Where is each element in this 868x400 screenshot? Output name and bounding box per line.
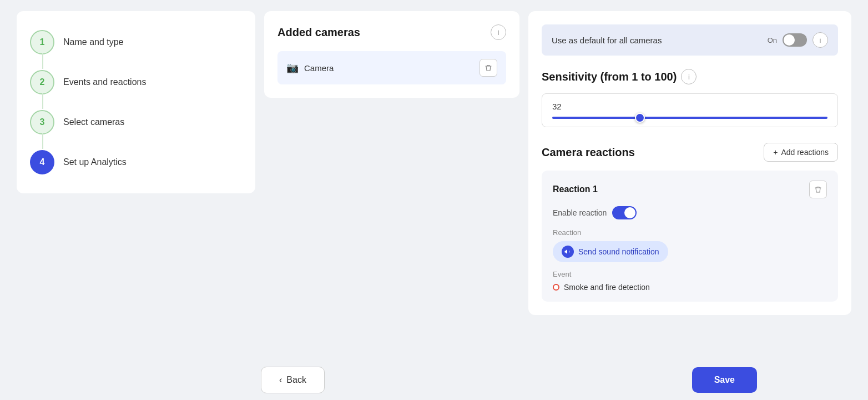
reaction-delete-button[interactable] bbox=[809, 181, 827, 198]
step-2: 2 Events and reactions bbox=[30, 62, 242, 102]
step-3-circle: 3 bbox=[30, 110, 54, 134]
reaction-card: Reaction 1 Enable reaction Reaction bbox=[542, 171, 838, 302]
sensitivity-title: Sensitivity (from 1 to 100) bbox=[542, 71, 677, 83]
step-3: 3 Select cameras bbox=[30, 102, 242, 142]
camera-icon: 📷 bbox=[286, 62, 299, 74]
save-button[interactable]: Save bbox=[692, 367, 757, 393]
default-info-button[interactable]: i bbox=[813, 32, 828, 48]
camera-left: 📷 Camera bbox=[286, 62, 334, 74]
back-label: Back bbox=[286, 375, 306, 385]
default-banner-right: On i bbox=[768, 32, 828, 48]
step-4-label: Set up Analytics bbox=[63, 157, 127, 167]
event-circle-icon bbox=[553, 284, 559, 291]
settings-panel: Use as default for all cameras On i Sens… bbox=[528, 11, 851, 315]
event-text: Smoke and fire detection bbox=[564, 283, 650, 292]
camera-name: Camera bbox=[304, 63, 334, 73]
step-4: 4 Set up Analytics bbox=[30, 142, 242, 182]
sensitivity-info-button[interactable]: i bbox=[681, 69, 697, 84]
add-reactions-button[interactable]: + Add reactions bbox=[764, 143, 838, 162]
slider-track[interactable] bbox=[552, 117, 827, 119]
event-field-label: Event bbox=[553, 270, 827, 278]
step-2-circle: 2 bbox=[30, 70, 54, 94]
reaction-trash-icon bbox=[814, 186, 822, 193]
slider-thumb[interactable] bbox=[635, 113, 645, 123]
toggle-on-label: On bbox=[768, 36, 777, 44]
cameras-panel: Added cameras i 📷 Camera bbox=[264, 11, 519, 98]
default-banner: Use as default for all cameras On i bbox=[542, 24, 838, 56]
add-reactions-icon: + bbox=[773, 148, 778, 157]
trash-icon bbox=[485, 64, 492, 72]
cameras-title: Added cameras bbox=[277, 26, 360, 39]
reactions-title: Camera reactions bbox=[542, 146, 635, 159]
reaction-tag[interactable]: Send sound notification bbox=[553, 241, 668, 262]
step-3-label: Select cameras bbox=[63, 117, 124, 127]
enable-reaction-toggle[interactable] bbox=[612, 206, 637, 219]
reactions-header: Camera reactions + Add reactions bbox=[542, 143, 838, 162]
back-icon: ‹ bbox=[279, 375, 282, 385]
step-1: 1 Name and type bbox=[30, 22, 242, 62]
default-banner-label: Use as default for all cameras bbox=[552, 36, 662, 45]
footer: ‹ Back Save bbox=[0, 360, 868, 400]
add-reactions-label: Add reactions bbox=[781, 148, 829, 157]
slider-value: 32 bbox=[552, 102, 827, 111]
cameras-header: Added cameras i bbox=[277, 24, 506, 40]
slider-container: 32 bbox=[542, 93, 838, 127]
camera-delete-button[interactable] bbox=[480, 59, 497, 77]
reaction-tag-text: Send sound notification bbox=[578, 247, 659, 256]
reaction-card-header: Reaction 1 bbox=[553, 181, 827, 198]
default-toggle[interactable] bbox=[783, 33, 807, 47]
reaction-card-title: Reaction 1 bbox=[553, 184, 598, 194]
enable-reaction-row: Enable reaction bbox=[553, 206, 827, 219]
sensitivity-title-row: Sensitivity (from 1 to 100) i bbox=[542, 69, 838, 84]
cameras-info-button[interactable]: i bbox=[491, 24, 506, 40]
back-button[interactable]: ‹ Back bbox=[261, 367, 325, 393]
event-row: Smoke and fire detection bbox=[553, 283, 827, 292]
enable-reaction-label: Enable reaction bbox=[553, 208, 607, 217]
step-1-label: Name and type bbox=[63, 37, 124, 47]
reaction-field-label: Reaction bbox=[553, 228, 827, 237]
camera-list-item: 📷 Camera bbox=[277, 51, 506, 84]
steps-panel: 1 Name and type 2 Events and reactions 3… bbox=[17, 11, 255, 193]
sound-notification-icon bbox=[562, 246, 574, 258]
step-4-circle: 4 bbox=[30, 150, 54, 174]
step-1-circle: 1 bbox=[30, 30, 54, 54]
step-2-label: Events and reactions bbox=[63, 77, 146, 87]
